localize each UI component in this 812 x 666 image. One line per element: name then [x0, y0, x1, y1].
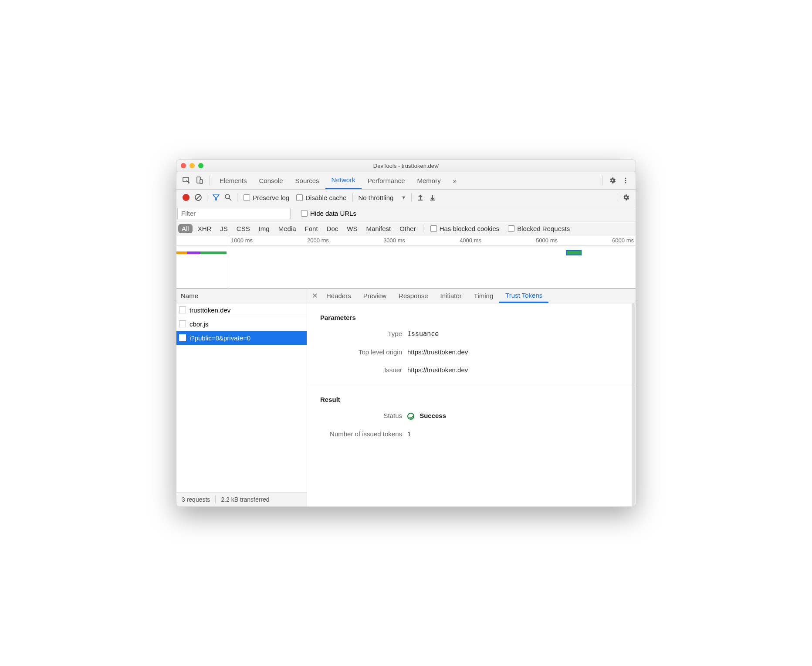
upload-har-icon[interactable] [414, 191, 426, 204]
tab-memory[interactable]: Memory [411, 172, 447, 189]
detail-tab-timing[interactable]: Timing [468, 289, 499, 303]
type-filter-doc[interactable]: Doc [323, 224, 342, 233]
kv-value: Success [407, 412, 446, 420]
file-icon [179, 320, 186, 327]
result-section-title: Result [307, 391, 636, 407]
detail-tab-response[interactable]: Response [392, 289, 434, 303]
detail-tabs: ✕ HeadersPreviewResponseInitiatorTimingT… [307, 289, 636, 303]
type-filter-xhr[interactable]: XHR [194, 224, 215, 233]
filter-row: Hide data URLs [176, 206, 636, 221]
throttling-value: No throttling [358, 194, 393, 201]
kv-key: Top level origin [320, 348, 407, 356]
filter-icon[interactable] [210, 191, 222, 204]
svg-point-4 [625, 180, 626, 181]
timeline-bars [176, 250, 636, 255]
type-filter-font[interactable]: Font [301, 224, 321, 233]
hide-data-urls-checkbox[interactable]: Hide data URLs [301, 210, 356, 217]
type-filter-manifest[interactable]: Manifest [362, 224, 394, 233]
requests-panel: Name trusttoken.devcbor.jsi?public=0&pri… [176, 289, 307, 506]
timeline-tick: 3000 ms [383, 237, 405, 244]
type-filter-img[interactable]: Img [255, 224, 273, 233]
svg-line-7 [196, 195, 200, 200]
svg-point-5 [625, 182, 626, 183]
request-name: i?public=0&private=0 [189, 334, 250, 342]
tab-elements[interactable]: Elements [213, 172, 253, 189]
timeline-tick: 1000 ms [231, 237, 253, 244]
name-column-header[interactable]: Name [176, 289, 307, 303]
type-filter-css[interactable]: CSS [233, 224, 254, 233]
requests-count: 3 requests [176, 496, 215, 503]
timeline-bar [566, 250, 582, 255]
disable-cache-checkbox[interactable]: Disable cache [296, 194, 346, 201]
detail-tab-trust-tokens[interactable]: Trust Tokens [499, 289, 548, 303]
tab-console[interactable]: Console [253, 172, 289, 189]
svg-rect-2 [200, 180, 203, 183]
type-filter-all[interactable]: All [178, 224, 193, 233]
kv-row: Status Success [307, 407, 636, 425]
zoom-window-button[interactable] [198, 163, 203, 168]
detail-tab-preview[interactable]: Preview [357, 289, 392, 303]
request-item[interactable]: trusttoken.dev [176, 303, 307, 317]
network-toolbar: Preserve log Disable cache No throttling… [176, 190, 636, 206]
type-filter-media[interactable]: Media [275, 224, 300, 233]
tab-network[interactable]: Network [325, 172, 362, 189]
record-button[interactable] [180, 191, 192, 204]
kv-key: Status [320, 412, 407, 420]
timeline-marker [228, 236, 228, 288]
scrollbar[interactable] [632, 303, 635, 506]
device-toolbar-icon[interactable] [193, 174, 206, 187]
minimize-window-button[interactable] [189, 163, 195, 168]
kv-key: Number of issued tokens [320, 430, 407, 438]
detail-tab-initiator[interactable]: Initiator [434, 289, 468, 303]
file-icon [179, 306, 186, 313]
search-icon[interactable] [222, 191, 234, 204]
download-har-icon[interactable] [426, 191, 439, 204]
titlebar: DevTools - trusttoken.dev/ [176, 160, 636, 172]
network-settings-icon[interactable] [620, 191, 632, 204]
request-item[interactable]: i?public=0&private=0 [176, 331, 307, 345]
type-filter-js[interactable]: JS [217, 224, 231, 233]
kv-value: https://trusttoken.dev [407, 348, 468, 356]
filter-input[interactable] [177, 208, 291, 219]
kv-key: Issuer [320, 366, 407, 374]
svg-line-9 [229, 198, 231, 200]
timeline-tick: 4000 ms [460, 237, 481, 244]
timeline[interactable]: 1000 ms 2000 ms 3000 ms 4000 ms 5000 ms … [176, 236, 636, 289]
more-menu-icon[interactable] [619, 174, 632, 187]
type-filter-ws[interactable]: WS [343, 224, 361, 233]
detail-tab-headers[interactable]: Headers [320, 289, 357, 303]
blocked-requests-checkbox[interactable]: Blocked Requests [508, 225, 570, 232]
throttling-select[interactable]: No throttling ▼ [355, 194, 409, 201]
type-filter-other[interactable]: Other [396, 224, 420, 233]
success-icon [407, 413, 414, 420]
traffic-lights [181, 163, 203, 168]
svg-rect-0 [183, 177, 189, 182]
tab-performance[interactable]: Performance [362, 172, 411, 189]
requests-list: trusttoken.devcbor.jsi?public=0&private=… [176, 303, 307, 493]
request-item[interactable]: cbor.js [176, 317, 307, 331]
clear-icon[interactable] [192, 191, 204, 204]
kv-value: 1 [407, 430, 411, 438]
tab-overflow[interactable]: » [447, 172, 463, 189]
tab-sources[interactable]: Sources [289, 172, 325, 189]
kv-value: https://trusttoken.dev [407, 366, 468, 374]
close-window-button[interactable] [181, 163, 186, 168]
devtools-window: DevTools - trusttoken.dev/ ElementsConso… [176, 160, 636, 507]
has-blocked-cookies-checkbox[interactable]: Has blocked cookies [430, 225, 500, 232]
timeline-bar [187, 251, 200, 254]
transferred-size: 2.2 kB transferred [216, 496, 274, 503]
inspect-icon[interactable] [180, 174, 193, 187]
has-blocked-cookies-label: Has blocked cookies [440, 225, 500, 232]
kv-value: Issuance [407, 330, 439, 338]
timeline-tick: 5000 ms [536, 237, 558, 244]
detail-body: Parameters Type Issuance Top level origi… [307, 303, 636, 506]
preserve-log-checkbox[interactable]: Preserve log [244, 194, 289, 201]
kv-key: Type [320, 330, 407, 338]
divider [307, 385, 636, 385]
status-value-text: Success [420, 412, 446, 419]
settings-icon[interactable] [606, 174, 619, 187]
timeline-ruler: 1000 ms 2000 ms 3000 ms 4000 ms 5000 ms … [176, 236, 636, 246]
close-detail-icon[interactable]: ✕ [309, 292, 320, 300]
kv-row: Number of issued tokens 1 [307, 425, 636, 443]
request-name: cbor.js [189, 320, 208, 328]
